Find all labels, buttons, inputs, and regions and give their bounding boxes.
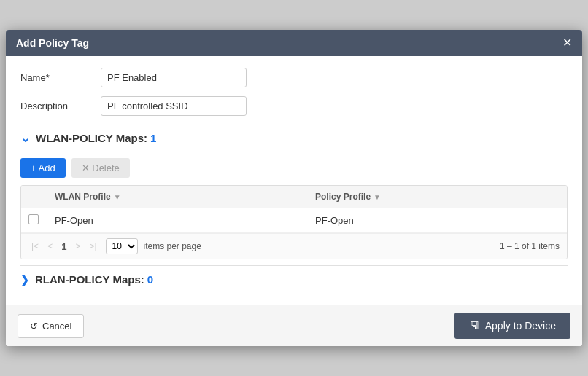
- name-row: Name*: [20, 68, 568, 87]
- wlan-section-count: 1: [150, 132, 156, 144]
- cancel-icon: ↺: [30, 321, 38, 332]
- table-row: PF-Open PF-Open: [21, 208, 567, 233]
- modal-footer: ↺ Cancel 🖫 Apply to Device: [6, 305, 582, 346]
- pagination-info: 1 – 1 of 1 items: [500, 241, 560, 251]
- apply-label: Apply to Device: [485, 320, 556, 332]
- first-page-button[interactable]: |<: [28, 240, 42, 253]
- prev-page-button[interactable]: <: [45, 240, 55, 253]
- wlan-chevron-icon: ⌄: [20, 131, 30, 145]
- wlan-toolbar: + Add ✕ Delete: [20, 158, 568, 178]
- row-checkbox[interactable]: [28, 214, 39, 224]
- wlan-table: WLAN Profile ▼ Policy Profile ▼: [21, 186, 567, 233]
- per-page-select[interactable]: 10 25 50: [106, 238, 138, 254]
- policy-profile-cell: PF-Open: [308, 208, 567, 233]
- rlan-section-header[interactable]: ❯ RLAN-POLICY Maps: 0: [20, 265, 568, 293]
- cancel-button[interactable]: ↺ Cancel: [18, 314, 84, 338]
- description-label: Description: [20, 101, 101, 111]
- policy-col-sort-icon: ▼: [374, 193, 381, 201]
- delete-button: ✕ Delete: [71, 158, 130, 178]
- wlan-table-wrapper: WLAN Profile ▼ Policy Profile ▼: [20, 185, 568, 259]
- rlan-section-title: RLAN-POLICY Maps:: [35, 273, 144, 286]
- modal-title: Add Policy Tag: [16, 37, 89, 49]
- modal-body: Name* Description ⌄ WLAN-POLICY Maps: 1 …: [6, 56, 582, 305]
- add-button[interactable]: + Add: [20, 158, 66, 178]
- apply-icon: 🖫: [469, 320, 479, 332]
- row-checkbox-cell: [21, 208, 47, 233]
- next-page-button[interactable]: >: [72, 240, 83, 253]
- add-policy-tag-modal: Add Policy Tag ✕ Name* Description ⌄ WLA…: [6, 30, 582, 346]
- policy-profile-col-label: Policy Profile: [315, 192, 371, 202]
- wlan-col-sort-icon: ▼: [114, 193, 121, 201]
- check-column-header: [21, 186, 47, 208]
- cancel-label: Cancel: [42, 321, 71, 332]
- apply-to-device-button[interactable]: 🖫 Apply to Device: [454, 313, 570, 339]
- last-page-button[interactable]: >|: [86, 240, 99, 253]
- pagination-bar: |< < 1 > >| 10 25 50 items per page 1 – …: [21, 233, 567, 259]
- name-label: Name*: [20, 72, 101, 83]
- wlan-section-header[interactable]: ⌄ WLAN-POLICY Maps: 1: [20, 125, 568, 151]
- rlan-chevron-icon: ❯: [20, 274, 29, 286]
- wlan-section-title: WLAN-POLICY Maps:: [36, 132, 147, 144]
- table-header-row: WLAN Profile ▼ Policy Profile ▼: [21, 186, 567, 208]
- description-row: Description: [20, 96, 568, 116]
- per-page-label: items per page: [144, 241, 201, 251]
- rlan-section-count: 0: [147, 273, 153, 286]
- wlan-profile-cell: PF-Open: [47, 208, 308, 233]
- wlan-profile-col-label: WLAN Profile: [55, 192, 111, 202]
- description-input[interactable]: [101, 96, 247, 116]
- pagination-left: |< < 1 > >| 10 25 50 items per page: [28, 238, 201, 254]
- modal-header: Add Policy Tag ✕: [6, 30, 582, 56]
- wlan-profile-column-header: WLAN Profile ▼: [47, 186, 308, 208]
- close-button[interactable]: ✕: [562, 37, 572, 49]
- current-page: 1: [58, 241, 69, 252]
- policy-profile-column-header: Policy Profile ▼: [308, 186, 567, 208]
- name-input[interactable]: [101, 68, 247, 87]
